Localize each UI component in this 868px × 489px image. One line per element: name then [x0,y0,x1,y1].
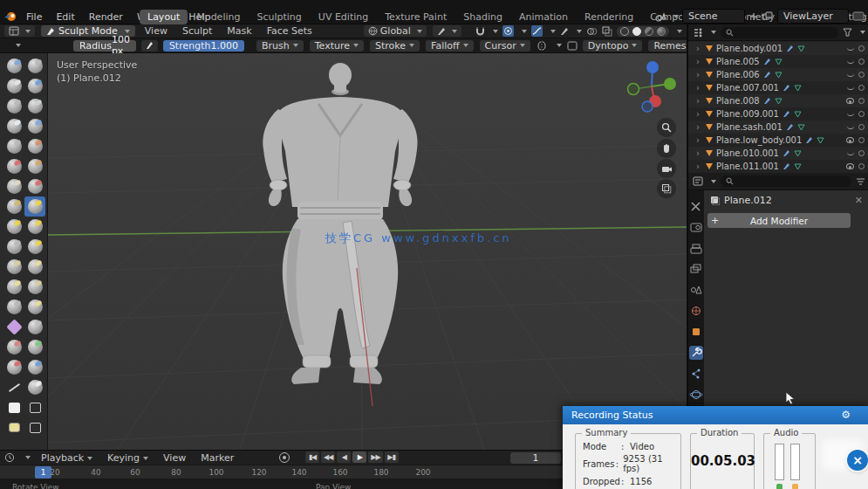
brush-tool-33[interactable] [24,377,45,397]
workspace-tab-rendering[interactable]: Rendering [577,10,641,24]
tab-object-icon[interactable] [693,328,700,335]
outliner-row[interactable]: › Plane.010.001 [688,147,868,160]
render-visibility-icon[interactable] [858,98,865,104]
disclosure-icon[interactable]: › [696,122,702,132]
tab-tool-icon[interactable] [692,203,700,210]
gizmo-y-neg[interactable] [628,84,639,95]
proportional-chevron[interactable] [522,30,527,33]
gizmo-y-axis[interactable] [664,78,676,90]
brush-tool-6[interactable] [3,116,24,136]
outliner-row[interactable]: › Plane.008 [688,94,868,107]
timeline-editor-icon[interactable] [4,452,15,463]
popover-falloff[interactable]: Falloff [426,40,473,52]
eye-open-icon[interactable] [846,98,854,104]
outliner-row[interactable]: › Plane.006 [688,68,868,81]
brush-tool-15[interactable] [24,196,45,217]
shading-material-icon[interactable] [645,27,653,36]
brush-tool-3[interactable] [24,76,45,96]
outliner-row[interactable]: › Plane.009.001 [688,107,868,121]
brush-tool-34[interactable] [3,397,24,417]
brush-tool-9[interactable] [24,136,45,156]
brush-tool-10[interactable] [3,156,24,176]
tab-world-icon[interactable] [693,307,701,315]
shading-wireframe-icon[interactable] [620,27,629,36]
render-visibility-icon[interactable] [858,85,865,91]
brush-tool-14[interactable] [3,196,24,217]
popover-stroke[interactable]: Stroke [370,40,420,52]
disclosure-icon[interactable]: › [696,57,702,66]
brush-tool-27[interactable] [24,317,45,337]
outliner-row[interactable]: › Plane.low_body.001 [688,134,868,147]
timeline-menu-keying[interactable]: Keying [104,451,152,465]
viewport-menu-mask[interactable]: Mask [223,24,255,38]
viewport-menu-sculpt[interactable]: Sculpt [179,24,215,38]
floating-close-button[interactable]: × [847,450,868,471]
popover-cursor[interactable]: Cursor [480,40,530,52]
popover-texture[interactable]: Texture [310,40,364,52]
tool-chevron[interactable] [16,44,21,47]
outliner-row[interactable]: › Plane.body.001 [688,42,868,55]
viewport-3d[interactable]: User Perspective (1) Plane.012 技学CG www.… [48,53,687,450]
render-visibility-icon[interactable] [858,137,865,143]
brush-tool-12[interactable] [3,176,24,196]
zoom-button[interactable] [657,118,676,137]
gear-icon[interactable]: ⚙ [841,409,851,421]
eye-open-icon[interactable] [846,137,854,143]
timeline-menu-view[interactable]: View [160,451,189,465]
nav-gizmo[interactable] [628,61,677,112]
brush-tool-11[interactable] [24,156,45,176]
render-visibility-icon[interactable] [858,163,865,169]
annotate-pen-icon[interactable] [560,27,569,36]
camera-view-button[interactable] [657,159,676,178]
strength-slider[interactable]: Strength 1.000 [163,40,244,52]
eye-closed-icon[interactable] [847,126,854,129]
disclosure-icon[interactable]: › [696,83,702,93]
workspace-tab-modeling[interactable]: Modeling [188,10,248,24]
annotate-tool-button[interactable] [433,25,461,37]
workspace-tab-sculpting[interactable]: Sculpting [249,10,309,24]
eye-closed-icon[interactable] [847,73,854,77]
show-overlays-icon[interactable] [586,26,598,37]
editor-type-button[interactable] [4,25,35,37]
radius-unit-button[interactable] [141,40,158,52]
workspace-tab-animation[interactable]: Animation [511,10,576,24]
outliner-row[interactable]: › Plane.005 [688,55,868,68]
brush-tool-13[interactable] [24,176,45,196]
brush-tool-26[interactable] [3,317,24,337]
tab-view-layer-icon[interactable] [691,265,701,272]
brush-tool-28[interactable] [3,337,24,357]
pan-button[interactable] [657,139,676,158]
view-layer-selector[interactable]: ViewLayer [777,9,849,24]
playback-button-4[interactable]: ▶▶ [368,451,382,463]
workspace-tab-uv-editing[interactable]: UV Editing [311,10,376,24]
brush-tool-31[interactable] [24,357,45,377]
add-modifier-button[interactable]: Add Modifier [707,213,851,228]
render-visibility-icon[interactable] [858,150,865,156]
properties-editor-chevron[interactable] [711,180,716,183]
snap-chevron[interactable] [493,30,498,33]
pen-chevron[interactable] [577,30,582,33]
brush-tool-2[interactable] [3,76,24,96]
character-mesh[interactable] [263,63,417,384]
playback-button-1[interactable]: ◀◀ [321,451,335,463]
disclosure-icon[interactable]: › [696,135,702,145]
brush-tool-20[interactable] [3,257,24,277]
viewport-menu-face-sets[interactable]: Face Sets [263,24,316,38]
disclosure-icon[interactable]: › [696,109,702,119]
timeline-menu-marker[interactable]: Marker [197,451,237,465]
outliner-row[interactable]: › Plane.011.001 [688,160,868,173]
auto-key-button[interactable] [279,452,290,463]
brush-tool-30[interactable] [3,357,24,377]
tab-render-icon[interactable] [691,224,701,231]
tab-particles-icon[interactable] [693,369,701,379]
disclosure-icon[interactable]: › [696,148,702,158]
shading-chevron[interactable] [677,30,682,33]
disclosure-icon[interactable]: › [696,70,702,79]
brush-tool-22[interactable] [3,277,24,297]
current-frame-indicator[interactable]: 1 [35,466,51,479]
filter-chevron[interactable] [860,31,865,34]
eye-closed-icon[interactable] [847,113,854,116]
render-visibility-icon[interactable] [858,72,865,78]
brush-tool-18[interactable] [3,237,24,257]
falloff-curve-icon[interactable] [531,25,543,37]
